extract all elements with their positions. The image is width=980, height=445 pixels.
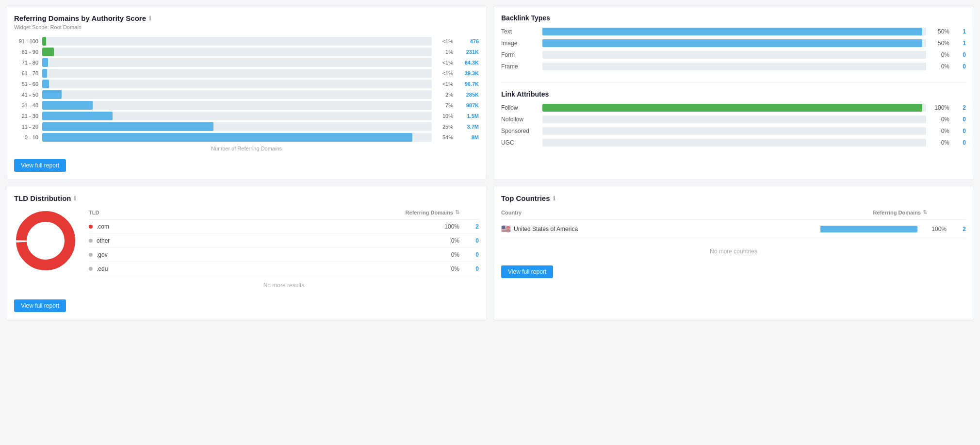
la-track [542, 139, 926, 147]
tld-view-full-button[interactable]: View full report [14, 299, 66, 312]
bar-value: 285K [457, 92, 479, 98]
bar-track [42, 58, 432, 67]
bar-track [42, 101, 432, 110]
tld-distribution-widget: TLD Distribution ℹ TLD [6, 186, 487, 320]
top-countries-info-icon[interactable]: ℹ [553, 195, 555, 202]
bar-row: 11 - 20 25% 3.7M [14, 122, 479, 131]
tld-row: .com 100% 2 [89, 220, 479, 234]
country-sort-icon[interactable]: ⇅ [923, 209, 927, 215]
bar-range-label: 31 - 40 [14, 102, 38, 108]
la-count: 0 [954, 139, 966, 146]
tld-name: .com [97, 223, 430, 230]
link-attributes-rows: Follow 100% 2 Nofollow 0% 0 Sponsored 0%… [501, 104, 966, 147]
bar-pct: 1% [436, 49, 453, 55]
referring-domains-title: Referring Domains by Authority Score ℹ [14, 14, 479, 22]
top-countries-table-header: Country Referring Domains ⇅ [501, 209, 966, 220]
bt-pct: 50% [931, 40, 949, 47]
bt-count: 1 [954, 40, 966, 47]
country-row: 🇺🇸 United States of America 100% 2 [501, 220, 966, 238]
bt-fill [542, 39, 922, 47]
tld-count: 2 [459, 223, 479, 230]
la-count: 0 [954, 128, 966, 134]
bar-pct: <1% [436, 60, 453, 66]
bar-track [42, 48, 432, 56]
bar-value: 231K [457, 49, 479, 55]
bt-track [542, 51, 926, 59]
bar-range-label: 21 - 30 [14, 113, 38, 119]
la-pct: 0% [931, 116, 949, 123]
tld-count: 0 [459, 237, 479, 244]
tld-table: TLD Referring Domains ⇅ .com 100% 2 othe… [89, 209, 479, 289]
tld-table-header: TLD Referring Domains ⇅ [89, 209, 479, 220]
bar-fill [42, 112, 113, 120]
top-countries-widget: Top Countries ℹ Country Referring Domain… [493, 186, 974, 320]
bar-row: 71 - 80 <1% 64.3K [14, 58, 479, 67]
backlink-types-title: Backlink Types [501, 14, 966, 22]
la-pct: 100% [931, 104, 949, 111]
bar-track [42, 80, 432, 88]
bar-fill [42, 80, 49, 88]
bar-fill [42, 122, 213, 131]
tld-pct: 0% [430, 265, 459, 272]
tld-dot [89, 239, 93, 243]
tld-row: .edu 0% 0 [89, 262, 479, 276]
bar-range-label: 0 - 10 [14, 134, 38, 140]
bt-count: 0 [954, 63, 966, 70]
bar-track [42, 133, 432, 142]
countries-no-more: No more countries [501, 248, 966, 255]
bar-fill [42, 58, 48, 67]
bar-row: 41 - 50 2% 285K [14, 90, 479, 99]
backlink-type-row: Form 0% 0 [501, 51, 966, 59]
tld-name: other [97, 237, 430, 244]
tld-pct: 100% [430, 223, 459, 230]
referring-domains-view-full-button[interactable]: View full report [14, 159, 66, 172]
bar-track [42, 37, 432, 46]
country-count: 2 [951, 226, 966, 232]
bt-fill [542, 28, 922, 35]
svg-point-2 [27, 222, 64, 259]
bar-row: 91 - 100 <1% 476 [14, 37, 479, 46]
bar-pct: 7% [436, 102, 453, 108]
tld-name: .edu [97, 265, 430, 272]
bar-value: 476 [457, 38, 479, 44]
tld-sort-icon[interactable]: ⇅ [455, 209, 459, 215]
referring-domains-subtitle: Widget Scope: Root Domain [14, 24, 479, 30]
backlink-link-widget: Backlink Types Text 50% 1 Image 50% 1 Fo… [493, 6, 974, 180]
la-label: Nofollow [501, 116, 538, 123]
tld-count: 0 [459, 251, 479, 258]
top-countries-view-full-button[interactable]: View full report [501, 265, 553, 278]
bar-fill [42, 48, 54, 56]
tld-pct: 0% [430, 237, 459, 244]
referring-domains-title-text: Referring Domains by Authority Score [14, 14, 146, 22]
link-attr-row: Nofollow 0% 0 [501, 115, 966, 123]
bt-track [542, 28, 926, 35]
bt-pct: 50% [931, 28, 949, 35]
link-attributes-section: Link Attributes Follow 100% 2 Nofollow 0… [501, 90, 966, 150]
bar-pct: <1% [436, 70, 453, 76]
la-count: 0 [954, 116, 966, 123]
tld-row: .gov 0% 0 [89, 248, 479, 262]
bar-fill [42, 90, 62, 99]
bar-chart-xlabel: Number of Referring Domains [14, 146, 479, 151]
bar-fill [42, 69, 47, 78]
tld-info-icon[interactable]: ℹ [74, 195, 76, 202]
bar-row: 81 - 90 1% 231K [14, 48, 479, 56]
bt-label: Text [501, 28, 538, 35]
la-track [542, 104, 926, 112]
bar-row: 31 - 40 7% 987K [14, 101, 479, 110]
backlink-type-row: Text 50% 1 [501, 28, 966, 35]
link-attributes-title: Link Attributes [501, 90, 966, 98]
tld-row: other 0% 0 [89, 234, 479, 248]
referring-domains-widget: Referring Domains by Authority Score ℹ W… [6, 6, 487, 180]
bar-pct: 10% [436, 113, 453, 119]
bar-value: 1.5M [457, 113, 479, 119]
bar-range-label: 91 - 100 [14, 38, 38, 44]
bar-row: 61 - 70 <1% 39.3K [14, 69, 479, 78]
bar-range-label: 71 - 80 [14, 60, 38, 66]
bar-value: 64.3K [457, 60, 479, 66]
bar-range-label: 11 - 20 [14, 124, 38, 130]
referring-domains-info-icon[interactable]: ℹ [149, 15, 151, 22]
bt-pct: 0% [931, 51, 949, 58]
bar-range-label: 51 - 60 [14, 81, 38, 87]
backlink-types-section: Backlink Types Text 50% 1 Image 50% 1 Fo… [501, 14, 966, 74]
